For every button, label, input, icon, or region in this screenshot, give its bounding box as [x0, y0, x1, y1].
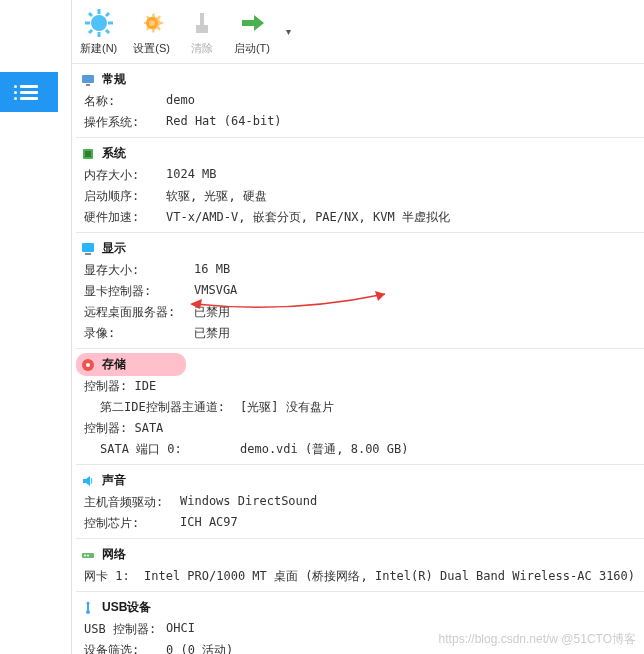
svg-rect-15 [82, 243, 94, 252]
svg-rect-10 [200, 13, 204, 25]
dropdown-arrow-icon[interactable]: ▾ [286, 26, 291, 37]
svg-line-8 [106, 13, 109, 16]
section-header-display[interactable]: 显示 [76, 237, 644, 260]
disk-icon [80, 357, 96, 373]
svg-point-0 [91, 15, 107, 31]
svg-rect-11 [82, 75, 94, 83]
start-label: 启动(T) [234, 41, 270, 56]
section-header-network[interactable]: 网络 [76, 543, 644, 566]
list-icon [20, 85, 38, 100]
section-header-storage[interactable]: 存储 [76, 353, 186, 376]
svg-rect-12 [86, 84, 90, 86]
gear-icon [136, 7, 168, 39]
toolbar: 新建(N) 设置(S) 清除 启动(T) ▾ [72, 0, 644, 64]
speaker-icon [80, 473, 96, 489]
svg-point-20 [84, 554, 86, 556]
section-audio: 声音 主机音频驱动:Windows DirectSound 控制芯片:ICH A… [76, 469, 644, 534]
section-header-system[interactable]: 系统 [76, 142, 644, 165]
section-system: 系统 内存大小:1024 MB 启动顺序:软驱, 光驱, 硬盘 硬件加速:VT-… [76, 142, 644, 228]
arrow-right-icon [236, 7, 268, 39]
svg-rect-14 [85, 151, 91, 157]
settings-label: 设置(S) [133, 41, 170, 56]
section-display: 显示 显存大小:16 MB 显卡控制器:VMSVGA 远程桌面服务器:已禁用 录… [76, 237, 644, 344]
computer-icon [80, 72, 96, 88]
svg-line-5 [89, 13, 92, 16]
list-tab[interactable] [0, 72, 58, 112]
clear-button: 清除 [186, 7, 218, 56]
svg-point-21 [87, 554, 89, 556]
chip-icon [80, 146, 96, 162]
usb-icon [80, 600, 96, 616]
section-general: 常规 名称:demo 操作系统:Red Hat (64-bit) [76, 68, 644, 133]
section-header-general[interactable]: 常规 [76, 68, 644, 91]
brush-icon [186, 7, 218, 39]
svg-line-7 [89, 30, 92, 33]
svg-marker-24 [86, 601, 90, 604]
start-button[interactable]: 启动(T) [234, 7, 270, 56]
settings-button[interactable]: 设置(S) [133, 7, 170, 56]
section-header-usb[interactable]: USB设备 [76, 596, 644, 619]
monitor-icon [80, 241, 96, 257]
watermark: https://blog.csdn.net/w @51CTO博客 [439, 631, 636, 648]
svg-rect-9 [196, 25, 208, 33]
new-button[interactable]: 新建(N) [80, 7, 117, 56]
section-storage: 存储 控制器: IDE 第二IDE控制器主通道:[光驱] 没有盘片 控制器: S… [76, 353, 644, 460]
sun-icon [83, 7, 115, 39]
details-panel: 常规 名称:demo 操作系统:Red Hat (64-bit) 系统 内存大小… [72, 64, 644, 654]
network-icon [80, 547, 96, 563]
clear-label: 清除 [191, 41, 213, 56]
svg-rect-16 [85, 253, 91, 255]
new-label: 新建(N) [80, 41, 117, 56]
svg-point-18 [86, 363, 90, 367]
svg-line-6 [106, 30, 109, 33]
left-sidebar [0, 0, 72, 654]
section-header-audio[interactable]: 声音 [76, 469, 644, 492]
section-network: 网络 网卡 1:Intel PRO/1000 MT 桌面 (桥接网络, Inte… [76, 543, 644, 587]
